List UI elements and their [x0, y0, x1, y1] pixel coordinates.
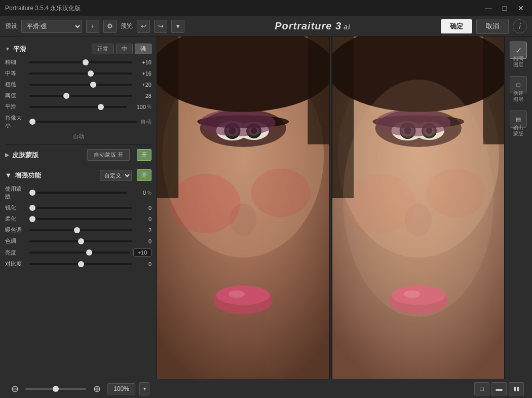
view-split-v-button[interactable]: ▮▮: [509, 382, 524, 395]
window-controls: — □ ✕: [482, 2, 527, 14]
slider-row-coarse: 粗糙 +20: [5, 81, 151, 88]
slider-contrast-input[interactable]: [29, 263, 132, 265]
slider-tint-input[interactable]: [29, 240, 132, 242]
slider-row-threshold: 阈值 28: [5, 92, 151, 99]
undo-button[interactable]: ↩: [137, 20, 150, 33]
info-button[interactable]: i: [513, 19, 527, 33]
smooth-medium-button[interactable]: 中: [116, 44, 133, 54]
divider-2: [5, 165, 151, 165]
preset-select[interactable]: 平滑:强: [21, 20, 82, 33]
close-button[interactable]: ✕: [515, 2, 527, 14]
skin-mask-collapse-icon[interactable]: ▶: [5, 152, 9, 158]
svg-point-17: [229, 291, 245, 298]
cancel-button[interactable]: 取消: [476, 19, 509, 34]
portrait-size-label: 肖像大小: [5, 114, 26, 129]
slider-fine-value: +10: [135, 59, 151, 65]
view-mode-buttons: □ ▬ ▮▮: [474, 382, 524, 395]
image-divider: [330, 37, 331, 379]
after-image-pane: [332, 37, 505, 379]
slider-tint-value: 0: [135, 238, 151, 244]
main-content: ▼ 平滑 正常 中 强 精细 +10 中等 +16 粗糙 +20 阈值: [0, 37, 532, 379]
slider-threshold-label: 阈值: [5, 92, 26, 99]
zoom-in-button[interactable]: ⊕: [90, 382, 103, 395]
slider-row-smooth: 平滑 100 %: [5, 103, 151, 111]
minimize-button[interactable]: —: [482, 2, 495, 14]
slider-row-warmth: 暖色调 -2: [5, 226, 151, 234]
slider-fine-label: 精细: [5, 58, 26, 66]
slider-row-soften: 柔化 0: [5, 215, 151, 223]
slider-coarse-input[interactable]: [29, 84, 132, 86]
smooth-collapse-icon[interactable]: ▼: [5, 46, 10, 52]
svg-rect-19: [157, 37, 178, 198]
skin-mask-label: 皮肤蒙版: [12, 151, 39, 160]
skin-mask-controls: 自动蒙版 开 开: [87, 149, 151, 161]
before-image: [157, 37, 329, 379]
auto-mask-button[interactable]: 自动蒙版 开: [87, 149, 130, 161]
view-split-h-button[interactable]: ▬: [491, 382, 507, 395]
slider-smooth-input[interactable]: [29, 106, 127, 108]
slider-medium-label: 中等: [5, 69, 26, 77]
slider-medium-value: +16: [135, 70, 151, 77]
zoom-dropdown-button[interactable]: ▾: [139, 382, 149, 395]
skin-mask-section-header: ▶ 皮肤蒙版 自动蒙版 开 开: [5, 149, 151, 161]
same-layer-label: 相同图层: [513, 56, 523, 68]
zoom-slider-thumb[interactable]: [53, 386, 59, 392]
slider-brightness-value-box[interactable]: [133, 248, 151, 257]
new-layer-group: □ 新建图层: [510, 76, 527, 102]
enhance-section-header: ▼ 增强功能 自定义 开: [5, 169, 151, 181]
preview-dropdown-button[interactable]: ▾: [171, 20, 184, 33]
view-single-button[interactable]: □: [474, 382, 489, 395]
auto-indicator: 自动: [5, 133, 151, 140]
view-single-icon: □: [480, 385, 484, 392]
slider-warmth-value: -2: [135, 227, 151, 233]
slider-smooth-label: 平滑: [5, 103, 26, 111]
slider-fine-input[interactable]: [29, 61, 132, 63]
smooth-strong-button[interactable]: 强: [135, 44, 151, 54]
zoom-out-button[interactable]: ⊖: [8, 382, 21, 395]
slider-row-medium: 中等 +16: [5, 69, 151, 77]
slider-warmth-input[interactable]: [29, 229, 132, 231]
new-layer-label: 新建图层: [513, 90, 523, 102]
portrait-size-value: 自动: [140, 118, 151, 126]
skin-mask-on-button[interactable]: 开: [137, 149, 151, 161]
maximize-button[interactable]: □: [499, 2, 511, 14]
zoom-value-input[interactable]: [107, 383, 135, 394]
slider-soften-label: 柔化: [5, 215, 26, 223]
svg-rect-40: [483, 37, 504, 144]
slider-medium-input[interactable]: [29, 73, 132, 75]
new-layer-icon: □: [516, 81, 520, 88]
portrait-size-slider[interactable]: [29, 121, 137, 123]
slider-row-sharpen: 锐化 0: [5, 204, 151, 211]
smooth-normal-button[interactable]: 正常: [92, 44, 114, 54]
slider-warmth-label: 暖色调: [5, 226, 26, 234]
gear-button[interactable]: ⚙: [103, 20, 117, 33]
enhance-select[interactable]: 自定义: [100, 170, 132, 181]
smooth-section-header: ▼ 平滑 正常 中 强: [5, 44, 151, 54]
slider-soften-input[interactable]: [29, 218, 132, 220]
bottom-bar: ⊖ ⊕ ▾ □ ▬ ▮▮: [0, 379, 532, 398]
slider-sharpen-input[interactable]: [29, 207, 132, 209]
view-split-h-icon: ▬: [496, 385, 503, 392]
slider-smooth-value: 100: [130, 104, 146, 110]
enhance-on-button[interactable]: 开: [137, 169, 151, 181]
confirm-button[interactable]: 确定: [441, 19, 472, 33]
slider-coarse-label: 粗糙: [5, 81, 26, 88]
svg-point-12: [170, 174, 240, 233]
divider-1: [5, 144, 151, 145]
preview-label: 预览: [121, 22, 133, 30]
export-mask-icon: ▤: [516, 116, 521, 123]
slider-brightness-input[interactable]: [29, 251, 130, 254]
slider-threshold-input[interactable]: [29, 95, 132, 97]
slider-mask-use-value: 0: [130, 190, 146, 196]
enhance-collapse-icon[interactable]: ▼: [5, 171, 12, 179]
slider-mask-use-input[interactable]: [29, 192, 127, 194]
image-area: [157, 37, 504, 379]
checkmark-icon: ✓: [515, 46, 522, 55]
slider-mask-use-label: 使用蒙版: [5, 185, 26, 200]
add-preset-button[interactable]: +: [86, 20, 99, 33]
slider-coarse-value: +20: [135, 82, 151, 88]
zoom-slider[interactable]: [25, 388, 86, 390]
export-mask-group: ▤ 输出蒙版: [510, 111, 527, 137]
redo-button[interactable]: ↪: [154, 20, 167, 33]
svg-point-41: [343, 80, 493, 317]
